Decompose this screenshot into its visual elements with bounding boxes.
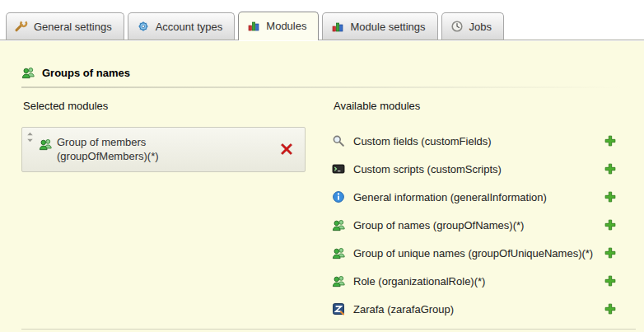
available-module-label: Custom scripts (customScripts)	[353, 163, 502, 175]
green-plus-icon	[604, 163, 616, 175]
lam-configuration-screen: General settings Account types	[0, 0, 644, 332]
green-plus-icon	[604, 303, 616, 315]
selected-module-item[interactable]: Group of members (groupOfMembers)(*)	[21, 127, 306, 172]
green-plus-icon	[604, 191, 616, 203]
clock-icon	[450, 20, 464, 33]
drag-handle-icon[interactable]	[26, 132, 34, 143]
terminal-icon	[332, 162, 346, 176]
add-module-button[interactable]	[604, 219, 616, 231]
gear-icon	[137, 20, 150, 33]
available-module-label: Group of unique names (groupOfUniqueName…	[353, 247, 593, 260]
wrench-icon	[15, 20, 28, 33]
tab-account-types[interactable]: Account types	[128, 12, 236, 40]
available-modules-heading: Available modules	[334, 100, 623, 112]
available-module-row: Custom fields (customFields)	[332, 127, 623, 155]
available-module-row: Zarafa (zarafaGroup)	[332, 295, 623, 323]
modules-icon	[247, 19, 260, 32]
module-columns: Selected modules	[21, 100, 623, 323]
add-module-button[interactable]	[604, 303, 616, 315]
tab-modules[interactable]: Modules	[238, 12, 319, 40]
remove-module-button[interactable]	[280, 143, 293, 156]
selected-module-label: Group of members (groupOfMembers)(*)	[57, 136, 222, 164]
add-module-button[interactable]	[604, 275, 616, 287]
green-plus-icon	[604, 275, 616, 287]
tab-label: General settings	[34, 21, 112, 33]
green-plus-icon	[604, 247, 616, 259]
available-module-label: Custom fields (customFields)	[353, 135, 492, 147]
section-bottom-divider	[21, 329, 636, 330]
tab-label: Modules	[266, 20, 306, 32]
available-module-row: Group of names (groupOfNames)(*)	[332, 211, 623, 239]
section-title: Groups of names	[42, 67, 130, 79]
available-module-label: Group of names (groupOfNames)(*)	[353, 219, 524, 231]
available-module-row: Custom scripts (customScripts)	[332, 155, 623, 183]
add-module-button[interactable]	[604, 191, 616, 203]
selected-modules-column: Selected modules	[21, 100, 332, 323]
add-module-button[interactable]	[604, 135, 616, 147]
tab-module-settings[interactable]: Module settings	[322, 12, 437, 40]
available-module-row: Role (organizationalRole)(*)	[332, 267, 623, 295]
green-plus-icon	[604, 135, 616, 147]
tab-label: Module settings	[350, 21, 425, 33]
add-module-button[interactable]	[604, 163, 616, 175]
tab-label: Account types	[156, 21, 223, 33]
magnifier-icon	[332, 134, 346, 148]
available-modules-column: Available modules Custom fields (customF…	[332, 100, 623, 323]
heading-divider	[21, 87, 623, 88]
tab-jobs[interactable]: Jobs	[441, 12, 504, 40]
available-module-label: Zarafa (zarafaGroup)	[353, 303, 454, 316]
modules-icon	[331, 20, 344, 33]
tab-bar: General settings Account types	[0, 0, 644, 40]
info-icon	[332, 190, 346, 204]
add-module-button[interactable]	[604, 247, 616, 259]
available-module-label: General information (generalInformation)	[353, 191, 547, 203]
tab-label: Jobs	[469, 21, 492, 33]
group-icon	[332, 274, 346, 288]
group-icon	[39, 138, 53, 152]
group-icon	[332, 218, 346, 232]
group-icon	[332, 246, 346, 260]
modules-tab-content: Groups of names Selected modules	[0, 41, 644, 332]
available-module-row: Group of unique names (groupOfUniqueName…	[332, 239, 623, 267]
green-plus-icon	[604, 219, 616, 231]
red-cross-icon	[280, 143, 293, 156]
available-module-row: General information (generalInformation)	[332, 183, 623, 211]
zarafa-icon	[332, 302, 346, 316]
tab-general-settings[interactable]: General settings	[6, 12, 124, 40]
selected-modules-heading: Selected modules	[23, 100, 332, 112]
available-module-label: Role (organizationalRole)(*)	[353, 275, 485, 288]
group-icon	[21, 66, 35, 80]
section-heading: Groups of names	[21, 66, 623, 80]
